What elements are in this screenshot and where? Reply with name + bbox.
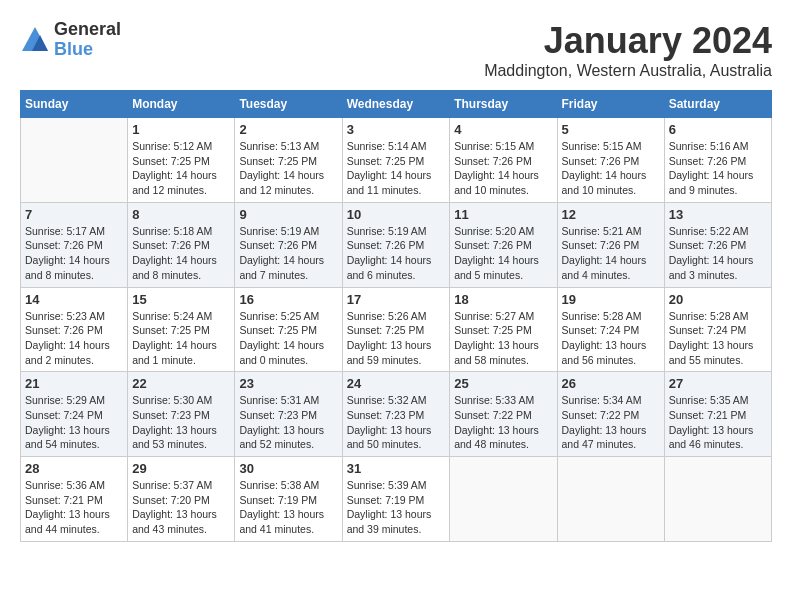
- column-header-monday: Monday: [128, 91, 235, 118]
- day-info: Sunrise: 5:31 AM Sunset: 7:23 PM Dayligh…: [239, 393, 337, 452]
- calendar-day-cell: 12Sunrise: 5:21 AM Sunset: 7:26 PM Dayli…: [557, 202, 664, 287]
- day-info: Sunrise: 5:24 AM Sunset: 7:25 PM Dayligh…: [132, 309, 230, 368]
- day-info: Sunrise: 5:28 AM Sunset: 7:24 PM Dayligh…: [562, 309, 660, 368]
- calendar-day-cell: 28Sunrise: 5:36 AM Sunset: 7:21 PM Dayli…: [21, 457, 128, 542]
- day-number: 10: [347, 207, 446, 222]
- calendar-day-cell: 22Sunrise: 5:30 AM Sunset: 7:23 PM Dayli…: [128, 372, 235, 457]
- day-info: Sunrise: 5:14 AM Sunset: 7:25 PM Dayligh…: [347, 139, 446, 198]
- day-info: Sunrise: 5:22 AM Sunset: 7:26 PM Dayligh…: [669, 224, 767, 283]
- title-section: January 2024 Maddington, Western Austral…: [484, 20, 772, 80]
- day-info: Sunrise: 5:26 AM Sunset: 7:25 PM Dayligh…: [347, 309, 446, 368]
- day-number: 5: [562, 122, 660, 137]
- calendar-day-cell: 13Sunrise: 5:22 AM Sunset: 7:26 PM Dayli…: [664, 202, 771, 287]
- calendar-table: SundayMondayTuesdayWednesdayThursdayFrid…: [20, 90, 772, 542]
- calendar-day-cell: 27Sunrise: 5:35 AM Sunset: 7:21 PM Dayli…: [664, 372, 771, 457]
- calendar-week-row: 21Sunrise: 5:29 AM Sunset: 7:24 PM Dayli…: [21, 372, 772, 457]
- logo: General Blue: [20, 20, 121, 60]
- day-number: 16: [239, 292, 337, 307]
- logo-icon: [20, 25, 50, 55]
- day-number: 20: [669, 292, 767, 307]
- day-number: 3: [347, 122, 446, 137]
- day-number: 1: [132, 122, 230, 137]
- calendar-day-cell: [21, 118, 128, 203]
- day-info: Sunrise: 5:18 AM Sunset: 7:26 PM Dayligh…: [132, 224, 230, 283]
- calendar-day-cell: 5Sunrise: 5:15 AM Sunset: 7:26 PM Daylig…: [557, 118, 664, 203]
- calendar-header-row: SundayMondayTuesdayWednesdayThursdayFrid…: [21, 91, 772, 118]
- day-number: 21: [25, 376, 123, 391]
- day-info: Sunrise: 5:19 AM Sunset: 7:26 PM Dayligh…: [347, 224, 446, 283]
- day-info: Sunrise: 5:35 AM Sunset: 7:21 PM Dayligh…: [669, 393, 767, 452]
- day-info: Sunrise: 5:15 AM Sunset: 7:26 PM Dayligh…: [562, 139, 660, 198]
- calendar-day-cell: 30Sunrise: 5:38 AM Sunset: 7:19 PM Dayli…: [235, 457, 342, 542]
- day-info: Sunrise: 5:12 AM Sunset: 7:25 PM Dayligh…: [132, 139, 230, 198]
- day-number: 19: [562, 292, 660, 307]
- day-number: 25: [454, 376, 552, 391]
- calendar-day-cell: 19Sunrise: 5:28 AM Sunset: 7:24 PM Dayli…: [557, 287, 664, 372]
- day-info: Sunrise: 5:36 AM Sunset: 7:21 PM Dayligh…: [25, 478, 123, 537]
- calendar-day-cell: [450, 457, 557, 542]
- day-number: 27: [669, 376, 767, 391]
- day-number: 24: [347, 376, 446, 391]
- day-number: 30: [239, 461, 337, 476]
- day-info: Sunrise: 5:15 AM Sunset: 7:26 PM Dayligh…: [454, 139, 552, 198]
- calendar-day-cell: 7Sunrise: 5:17 AM Sunset: 7:26 PM Daylig…: [21, 202, 128, 287]
- day-number: 18: [454, 292, 552, 307]
- day-info: Sunrise: 5:13 AM Sunset: 7:25 PM Dayligh…: [239, 139, 337, 198]
- day-number: 2: [239, 122, 337, 137]
- column-header-thursday: Thursday: [450, 91, 557, 118]
- column-header-friday: Friday: [557, 91, 664, 118]
- day-number: 8: [132, 207, 230, 222]
- day-number: 4: [454, 122, 552, 137]
- day-number: 15: [132, 292, 230, 307]
- calendar-day-cell: 4Sunrise: 5:15 AM Sunset: 7:26 PM Daylig…: [450, 118, 557, 203]
- day-info: Sunrise: 5:33 AM Sunset: 7:22 PM Dayligh…: [454, 393, 552, 452]
- calendar-week-row: 14Sunrise: 5:23 AM Sunset: 7:26 PM Dayli…: [21, 287, 772, 372]
- calendar-day-cell: 26Sunrise: 5:34 AM Sunset: 7:22 PM Dayli…: [557, 372, 664, 457]
- day-info: Sunrise: 5:29 AM Sunset: 7:24 PM Dayligh…: [25, 393, 123, 452]
- day-info: Sunrise: 5:37 AM Sunset: 7:20 PM Dayligh…: [132, 478, 230, 537]
- calendar-week-row: 28Sunrise: 5:36 AM Sunset: 7:21 PM Dayli…: [21, 457, 772, 542]
- day-info: Sunrise: 5:38 AM Sunset: 7:19 PM Dayligh…: [239, 478, 337, 537]
- calendar-day-cell: 17Sunrise: 5:26 AM Sunset: 7:25 PM Dayli…: [342, 287, 450, 372]
- day-info: Sunrise: 5:17 AM Sunset: 7:26 PM Dayligh…: [25, 224, 123, 283]
- day-number: 14: [25, 292, 123, 307]
- day-number: 23: [239, 376, 337, 391]
- day-number: 7: [25, 207, 123, 222]
- calendar-day-cell: 29Sunrise: 5:37 AM Sunset: 7:20 PM Dayli…: [128, 457, 235, 542]
- day-number: 28: [25, 461, 123, 476]
- day-number: 31: [347, 461, 446, 476]
- calendar-day-cell: 15Sunrise: 5:24 AM Sunset: 7:25 PM Dayli…: [128, 287, 235, 372]
- calendar-day-cell: 14Sunrise: 5:23 AM Sunset: 7:26 PM Dayli…: [21, 287, 128, 372]
- calendar-day-cell: 8Sunrise: 5:18 AM Sunset: 7:26 PM Daylig…: [128, 202, 235, 287]
- column-header-tuesday: Tuesday: [235, 91, 342, 118]
- location: Maddington, Western Australia, Australia: [484, 62, 772, 80]
- calendar-day-cell: [664, 457, 771, 542]
- day-info: Sunrise: 5:39 AM Sunset: 7:19 PM Dayligh…: [347, 478, 446, 537]
- calendar-day-cell: 2Sunrise: 5:13 AM Sunset: 7:25 PM Daylig…: [235, 118, 342, 203]
- calendar-day-cell: 9Sunrise: 5:19 AM Sunset: 7:26 PM Daylig…: [235, 202, 342, 287]
- column-header-wednesday: Wednesday: [342, 91, 450, 118]
- day-number: 29: [132, 461, 230, 476]
- calendar-day-cell: 11Sunrise: 5:20 AM Sunset: 7:26 PM Dayli…: [450, 202, 557, 287]
- day-info: Sunrise: 5:32 AM Sunset: 7:23 PM Dayligh…: [347, 393, 446, 452]
- calendar-day-cell: 1Sunrise: 5:12 AM Sunset: 7:25 PM Daylig…: [128, 118, 235, 203]
- calendar-day-cell: 24Sunrise: 5:32 AM Sunset: 7:23 PM Dayli…: [342, 372, 450, 457]
- calendar-day-cell: 31Sunrise: 5:39 AM Sunset: 7:19 PM Dayli…: [342, 457, 450, 542]
- calendar-day-cell: 18Sunrise: 5:27 AM Sunset: 7:25 PM Dayli…: [450, 287, 557, 372]
- day-info: Sunrise: 5:30 AM Sunset: 7:23 PM Dayligh…: [132, 393, 230, 452]
- calendar-day-cell: 16Sunrise: 5:25 AM Sunset: 7:25 PM Dayli…: [235, 287, 342, 372]
- day-info: Sunrise: 5:19 AM Sunset: 7:26 PM Dayligh…: [239, 224, 337, 283]
- logo-text: General Blue: [54, 20, 121, 60]
- calendar-day-cell: 3Sunrise: 5:14 AM Sunset: 7:25 PM Daylig…: [342, 118, 450, 203]
- column-header-sunday: Sunday: [21, 91, 128, 118]
- calendar-day-cell: 6Sunrise: 5:16 AM Sunset: 7:26 PM Daylig…: [664, 118, 771, 203]
- calendar-day-cell: [557, 457, 664, 542]
- calendar-day-cell: 10Sunrise: 5:19 AM Sunset: 7:26 PM Dayli…: [342, 202, 450, 287]
- day-info: Sunrise: 5:34 AM Sunset: 7:22 PM Dayligh…: [562, 393, 660, 452]
- day-info: Sunrise: 5:28 AM Sunset: 7:24 PM Dayligh…: [669, 309, 767, 368]
- calendar-day-cell: 21Sunrise: 5:29 AM Sunset: 7:24 PM Dayli…: [21, 372, 128, 457]
- day-number: 22: [132, 376, 230, 391]
- day-info: Sunrise: 5:25 AM Sunset: 7:25 PM Dayligh…: [239, 309, 337, 368]
- day-info: Sunrise: 5:21 AM Sunset: 7:26 PM Dayligh…: [562, 224, 660, 283]
- calendar-week-row: 1Sunrise: 5:12 AM Sunset: 7:25 PM Daylig…: [21, 118, 772, 203]
